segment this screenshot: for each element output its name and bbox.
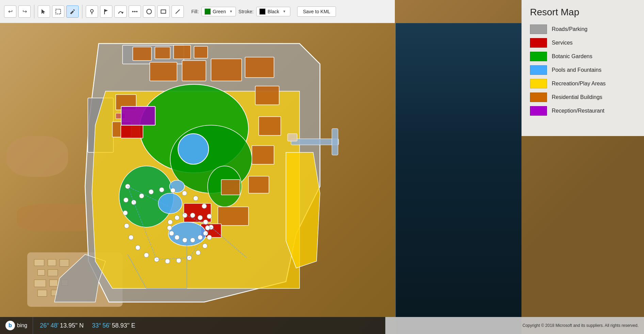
legend-swatch-roads xyxy=(530,24,547,34)
edit-handle-4 xyxy=(124,223,129,228)
edit-tool-button[interactable] xyxy=(66,5,79,18)
lon-degrees: 33° xyxy=(92,322,101,329)
edit-handle-9 xyxy=(165,259,170,264)
fill-color-dropdown[interactable]: Green ▼ xyxy=(202,7,236,16)
pin-tool-button[interactable] xyxy=(86,5,98,18)
line-tool-button[interactable] xyxy=(172,5,184,18)
save-kml-button[interactable]: Save to KML xyxy=(297,6,336,17)
residential-5 xyxy=(150,62,177,81)
edit-handle-inner-11 xyxy=(182,238,187,243)
residential-15 xyxy=(218,207,248,226)
edit-handle-5 xyxy=(129,235,133,240)
pier-vertical xyxy=(332,129,338,155)
copyright-bar: Copyright © 2018 Microsoft and its suppl… xyxy=(385,317,644,334)
legend-swatch-botanic xyxy=(530,52,547,61)
stroke-label: Stroke: xyxy=(239,9,254,14)
residential-9 xyxy=(255,86,279,105)
stroke-dropdown-arrow: ▼ xyxy=(283,10,286,13)
legend-swatch-recreation xyxy=(530,79,547,88)
fill-dropdown-arrow: ▼ xyxy=(229,10,233,13)
flag-tool-button[interactable] xyxy=(100,5,112,18)
legend-swatch-pools xyxy=(530,65,547,75)
edit-handle-inner-5 xyxy=(198,215,203,220)
edit-handle-21 xyxy=(159,187,164,192)
select-tool-button[interactable] xyxy=(38,5,50,18)
pier-main xyxy=(291,139,339,145)
svg-point-12 xyxy=(147,9,151,14)
svg-marker-0 xyxy=(42,9,45,14)
pool-central xyxy=(178,134,209,164)
residential-2 xyxy=(155,47,170,59)
edit-handle-6 xyxy=(135,245,140,250)
rectangle-tool-button[interactable] xyxy=(157,5,170,18)
undo-button[interactable]: ↩ xyxy=(4,5,16,18)
stroke-color-text: Black xyxy=(268,9,279,14)
lon-minutes: 56' xyxy=(102,322,110,329)
lat-degrees: 26° xyxy=(40,322,49,329)
edit-handle-inner-4 xyxy=(190,213,195,218)
toolbar-separator-1 xyxy=(34,5,34,18)
stroke-color-dropdown[interactable]: Black ▼ xyxy=(256,7,290,16)
toolbar-separator-2 xyxy=(82,5,82,18)
svg-point-8 xyxy=(134,11,135,12)
svg-point-7 xyxy=(132,11,133,12)
services-2 xyxy=(184,203,211,222)
svg-point-2 xyxy=(91,10,93,12)
circle-tool-button[interactable] xyxy=(143,5,155,18)
edit-handle-inner-13 xyxy=(169,231,174,236)
legend-item-roads: Roads/Parking xyxy=(530,24,636,34)
residential-3 xyxy=(174,45,191,59)
legend-item-pools: Pools and Fountains xyxy=(530,65,636,75)
services-1 xyxy=(121,125,143,138)
residential-8 xyxy=(245,57,274,78)
fill-label: Fill: xyxy=(191,9,199,14)
svg-rect-13 xyxy=(161,10,166,13)
residential-10 xyxy=(259,117,281,135)
legend-item-recreation: Recreation/Play Areas xyxy=(530,79,636,88)
edit-handle-inner-10 xyxy=(190,238,195,243)
svg-line-14 xyxy=(176,10,180,14)
edit-handle-inner-1 xyxy=(168,220,173,224)
edit-handle-inner-9 xyxy=(198,235,203,240)
residential-16 xyxy=(221,180,240,195)
legend-item-reception: Reception/Restaurant xyxy=(530,106,636,116)
fill-stroke-group: Fill: Green ▼ Stroke: Black ▼ Save to KM… xyxy=(191,6,336,17)
edit-handle-22 xyxy=(149,189,154,194)
legend-label-reception: Reception/Restaurant xyxy=(552,108,605,114)
bing-text: bing xyxy=(17,322,27,329)
resort-map-svg[interactable] xyxy=(0,23,395,334)
coordinates-display: 26° 48' 13.95'' N 33° 56' 58.93'' E xyxy=(33,322,142,329)
legend-swatch-reception xyxy=(530,106,547,116)
legend-swatch-residential xyxy=(530,93,547,102)
legend-label-services: Services xyxy=(552,40,573,46)
residential-12 xyxy=(248,176,269,193)
svg-marker-5 xyxy=(104,9,108,12)
bing-icon: b xyxy=(5,321,15,330)
edit-handle-20 xyxy=(171,188,175,193)
recreation-peninsula xyxy=(286,152,320,268)
edit-handle-3 xyxy=(123,211,128,215)
water-area xyxy=(396,23,521,334)
dock-building xyxy=(288,134,297,141)
edit-handle-16 xyxy=(207,214,212,219)
edit-handle-7 xyxy=(144,253,149,257)
legend-swatch-services xyxy=(530,38,547,48)
bing-logo: b bing xyxy=(0,317,33,334)
legend-item-botanic: Botanic Gardens xyxy=(530,52,636,61)
copyright-text: Copyright © 2018 Microsoft and its suppl… xyxy=(522,323,639,328)
rect-select-tool-button[interactable] xyxy=(52,5,64,18)
toolbar: ↩ ↪ Fill: Green ▼ Stroke: xyxy=(0,0,395,23)
multi-point-tool-button[interactable] xyxy=(129,5,141,18)
legend-label-pools: Pools and Fountains xyxy=(552,67,601,73)
legend-label-recreation: Recreation/Play Areas xyxy=(552,81,606,87)
route-tool-button[interactable] xyxy=(114,5,127,18)
stroke-color-swatch xyxy=(259,9,265,15)
fill-color-text: Green xyxy=(213,9,226,14)
edit-handle-12 xyxy=(196,250,200,255)
reception-main xyxy=(121,106,155,125)
lon-seconds: 58.93'' E xyxy=(112,322,135,329)
legend-label-roads: Roads/Parking xyxy=(552,26,587,32)
redo-button[interactable]: ↪ xyxy=(18,5,31,18)
residential-11 xyxy=(252,146,274,164)
edit-handle-14 xyxy=(207,235,212,240)
